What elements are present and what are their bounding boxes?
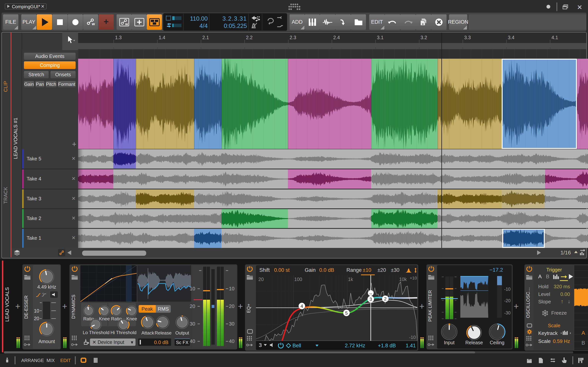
svg-text:↔: ↔ bbox=[369, 291, 373, 295]
svg-text:20: 20 bbox=[258, 277, 264, 282]
svg-text:1k: 1k bbox=[348, 277, 353, 282]
svg-text:-10: -10 bbox=[409, 335, 416, 340]
svg-text:4: 4 bbox=[42, 292, 44, 295]
svg-text:10k: 10k bbox=[399, 277, 407, 282]
svg-text:4: 4 bbox=[301, 304, 303, 309]
svg-text:5: 5 bbox=[345, 310, 348, 316]
svg-text:+10: +10 bbox=[410, 276, 417, 280]
svg-text:w: w bbox=[125, 22, 128, 26]
svg-text:3: 3 bbox=[369, 297, 372, 302]
svg-text:100: 100 bbox=[294, 277, 302, 282]
svg-text:2: 2 bbox=[384, 296, 386, 301]
svg-text:w: w bbox=[92, 22, 95, 26]
